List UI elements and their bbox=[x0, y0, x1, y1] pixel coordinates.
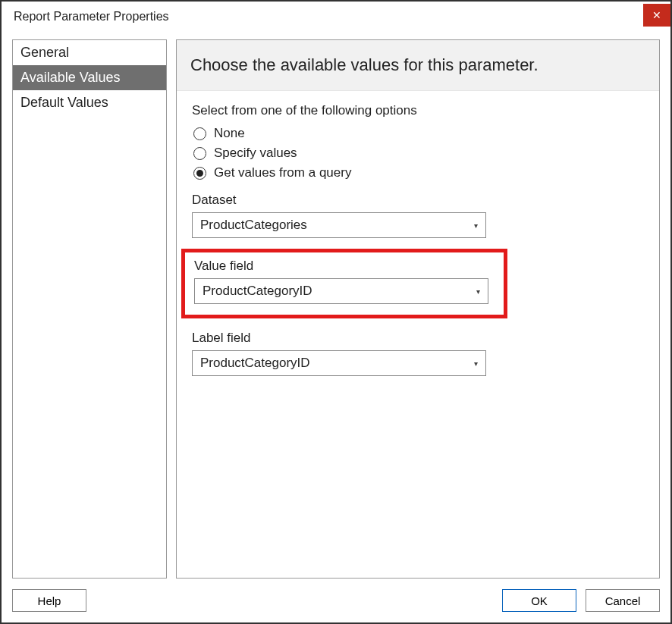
main-body: Select from one of the following options… bbox=[177, 91, 659, 388]
dataset-block: Dataset ProductCategories ▾ bbox=[192, 193, 644, 238]
label-field-value: ProductCategoryID bbox=[200, 356, 310, 371]
button-label: Cancel bbox=[605, 594, 641, 607]
radio-icon bbox=[193, 167, 206, 180]
chevron-down-icon: ▾ bbox=[474, 221, 478, 230]
label-field-select[interactable]: ProductCategoryID ▾ bbox=[192, 350, 486, 376]
help-button[interactable]: Help bbox=[12, 589, 86, 612]
dataset-label: Dataset bbox=[192, 193, 644, 208]
button-label: OK bbox=[531, 594, 548, 607]
sidebar-item-default-values[interactable]: Default Values bbox=[13, 90, 166, 115]
label-field-block: Label field ProductCategoryID ▾ bbox=[192, 331, 644, 376]
dataset-value: ProductCategories bbox=[200, 218, 307, 233]
value-field-label: Value field bbox=[194, 259, 495, 274]
radio-checked-icon bbox=[196, 170, 203, 177]
button-label: Help bbox=[38, 594, 61, 607]
titlebar: Report Parameter Properties ✕ bbox=[2, 2, 670, 32]
ok-button[interactable]: OK bbox=[502, 589, 576, 612]
dialog: Report Parameter Properties ✕ General Av… bbox=[0, 0, 672, 624]
radio-icon bbox=[193, 127, 206, 140]
footer: Help OK Cancel bbox=[2, 579, 670, 622]
radio-label: Get values from a query bbox=[214, 165, 351, 180]
dataset-select[interactable]: ProductCategories ▾ bbox=[192, 212, 486, 238]
close-button[interactable]: ✕ bbox=[643, 4, 670, 27]
sidebar-item-general[interactable]: General bbox=[13, 40, 166, 65]
radio-label: None bbox=[214, 126, 245, 141]
radio-label: Specify values bbox=[214, 146, 297, 161]
sidebar: General Available Values Default Values bbox=[12, 39, 167, 579]
value-field-highlight: Value field ProductCategoryID ▾ bbox=[181, 249, 507, 318]
sidebar-item-label: Default Values bbox=[20, 95, 108, 110]
radio-specify-values[interactable]: Specify values bbox=[193, 146, 644, 161]
value-field-select[interactable]: ProductCategoryID ▾ bbox=[194, 278, 488, 304]
sidebar-item-label: General bbox=[20, 45, 69, 60]
close-icon: ✕ bbox=[652, 9, 661, 21]
main-header: Choose the available values for this par… bbox=[177, 40, 659, 91]
radio-get-values-from-query[interactable]: Get values from a query bbox=[193, 165, 644, 180]
main-panel: Choose the available values for this par… bbox=[176, 39, 660, 579]
dialog-title: Report Parameter Properties bbox=[14, 10, 169, 24]
chevron-down-icon: ▾ bbox=[474, 359, 478, 368]
body-area: General Available Values Default Values … bbox=[2, 32, 670, 579]
cancel-button[interactable]: Cancel bbox=[586, 589, 660, 612]
sidebar-item-available-values[interactable]: Available Values bbox=[13, 65, 166, 90]
radio-none[interactable]: None bbox=[193, 126, 644, 141]
value-field-value: ProductCategoryID bbox=[203, 284, 312, 299]
label-field-label: Label field bbox=[192, 331, 644, 346]
radio-icon bbox=[193, 147, 206, 160]
options-label: Select from one of the following options bbox=[192, 103, 644, 118]
chevron-down-icon: ▾ bbox=[476, 287, 480, 296]
sidebar-item-label: Available Values bbox=[20, 70, 120, 85]
